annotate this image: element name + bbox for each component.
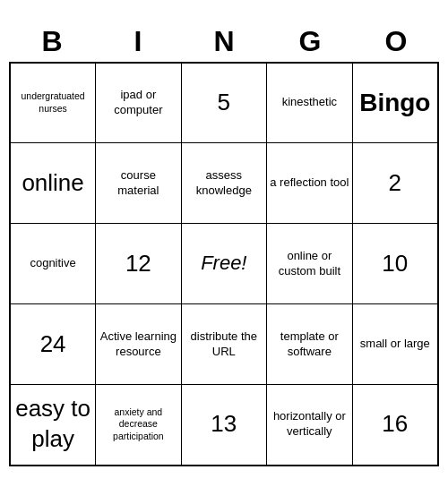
cell-r1-c4: 2	[352, 143, 438, 224]
cell-r0-c4: Bingo	[352, 63, 438, 143]
cell-r0-c3: kinesthetic	[267, 63, 353, 143]
header-g: G	[267, 21, 353, 62]
cell-r0-c0: undergratuated nurses	[10, 63, 96, 143]
cell-r2-c3: online or custom built	[267, 224, 353, 304]
cell-r2-c2: Free!	[181, 224, 267, 304]
bingo-card: B I N G O undergratuated nursesipad or c…	[9, 21, 439, 466]
cell-r3-c0: 24	[10, 304, 96, 385]
header-n: N	[181, 21, 267, 62]
header-b: B	[9, 21, 95, 62]
cell-r1-c0: online	[10, 143, 96, 224]
cell-r0-c2: 5	[181, 63, 267, 143]
cell-r4-c2: 13	[181, 385, 267, 466]
cell-r2-c4: 10	[352, 224, 438, 304]
cell-r3-c3: template or software	[267, 304, 353, 385]
cell-r1-c2: assess knowledge	[181, 143, 267, 224]
cell-r1-c1: course material	[96, 143, 181, 224]
cell-r2-c0: cognitive	[10, 224, 96, 304]
cell-r3-c1: Active learning resource	[96, 304, 181, 385]
header-i: I	[95, 21, 181, 62]
cell-r3-c2: distribute the URL	[181, 304, 267, 385]
cell-r4-c4: 16	[352, 385, 438, 466]
bingo-grid: undergratuated nursesipad or computer5ki…	[9, 62, 439, 466]
cell-r2-c1: 12	[96, 224, 181, 304]
cell-r3-c4: small or large	[352, 304, 438, 385]
cell-r4-c1: anxiety and decrease participation	[96, 385, 181, 466]
cell-r4-c0: easy to play	[10, 385, 96, 466]
header-o: O	[353, 21, 439, 62]
cell-r1-c3: a reflection tool	[267, 143, 353, 224]
cell-r4-c3: horizontally or vertically	[267, 385, 353, 466]
cell-r0-c1: ipad or computer	[96, 63, 181, 143]
bingo-header: B I N G O	[9, 21, 439, 62]
